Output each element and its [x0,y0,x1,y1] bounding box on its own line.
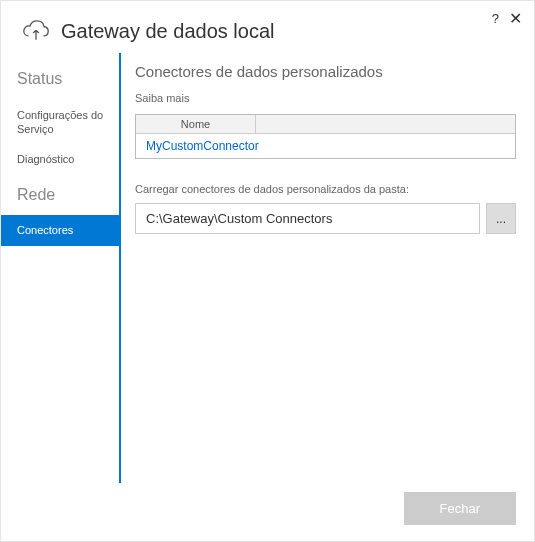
column-header-name[interactable]: Nome [136,115,256,133]
main-panel: Conectores de dados personalizados Saiba… [121,53,534,483]
folder-row: ... [135,203,516,234]
footer: Fechar [404,492,516,525]
table-row[interactable]: MyCustomConnector [136,134,515,158]
window-close-button[interactable]: ✕ [509,9,522,28]
sidebar-item-connectors[interactable]: Conectores [1,215,119,245]
folder-label: Carregar conectores de dados personaliza… [135,183,516,195]
sidebar-section-status[interactable]: Status [1,59,119,100]
table-header: Nome [136,115,515,134]
titlebar: Gateway de dados local ? ✕ [1,1,534,53]
help-button[interactable]: ? [492,11,499,26]
learn-more-link[interactable]: Saiba mais [135,92,516,104]
sidebar-item-diagnostics[interactable]: Diagnóstico [1,144,119,174]
sidebar: Status Configurações do Serviço Diagnóst… [1,53,121,483]
content-area: Status Configurações do Serviço Diagnóst… [1,53,534,483]
cloud-upload-icon [21,19,51,43]
app-title: Gateway de dados local [61,20,274,43]
folder-path-input[interactable] [135,203,480,234]
sidebar-section-network[interactable]: Rede [1,175,119,216]
sidebar-item-service-settings[interactable]: Configurações do Serviço [1,100,119,145]
column-header-empty [256,115,515,133]
browse-button[interactable]: ... [486,203,516,234]
section-title: Conectores de dados personalizados [135,63,516,80]
close-button[interactable]: Fechar [404,492,516,525]
connectors-table: Nome MyCustomConnector [135,114,516,159]
